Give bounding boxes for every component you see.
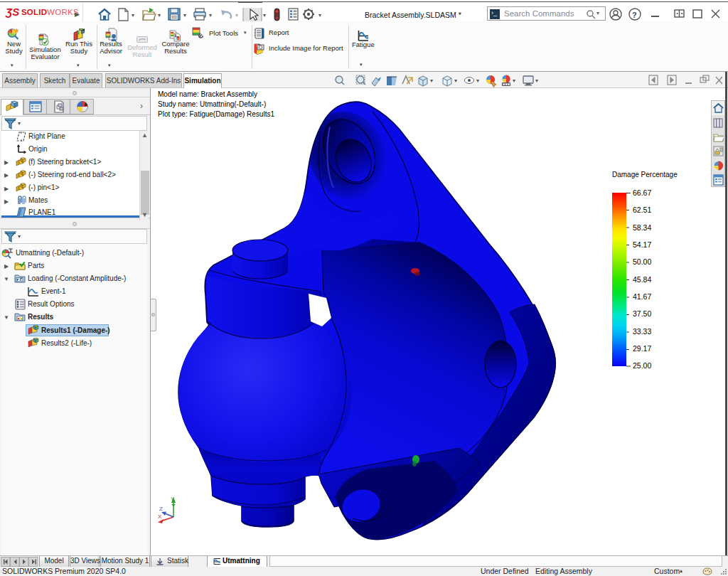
- svg-text:SOLID: SOLID: [21, 8, 47, 16]
- svg-text:?: ?: [632, 11, 637, 19]
- svg-text:▾: ▾: [476, 78, 479, 84]
- svg-text:▾: ▾: [535, 78, 538, 84]
- svg-text:▾: ▾: [454, 78, 457, 84]
- svg-text:▾: ▾: [318, 12, 321, 18]
- svg-text:Y: Y: [171, 496, 175, 502]
- svg-text:▾: ▾: [132, 12, 134, 18]
- svg-text:X: X: [158, 513, 162, 520]
- svg-text:▾: ▾: [209, 12, 212, 18]
- svg-text:▾: ▾: [513, 78, 515, 84]
- svg-text:▾: ▾: [263, 12, 266, 18]
- svg-text:▾: ▾: [158, 12, 161, 18]
- svg-text:ƷS: ƷS: [5, 6, 19, 18]
- svg-text:▾: ▾: [183, 12, 186, 18]
- svg-text:Z: Z: [159, 506, 163, 512]
- svg-text:▾: ▾: [235, 12, 238, 18]
- svg-text:▾: ▾: [430, 78, 433, 84]
